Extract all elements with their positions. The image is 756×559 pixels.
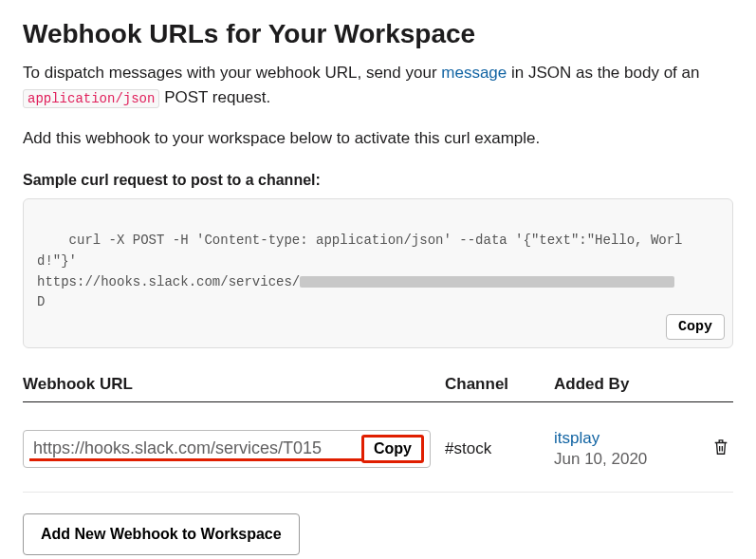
added-by-info: itsplay Jun 10, 2020 bbox=[554, 429, 647, 469]
channel-name: #stock bbox=[445, 439, 491, 457]
sample-curl-heading: Sample curl request to post to a channel… bbox=[23, 172, 733, 189]
highlight-underline bbox=[29, 458, 363, 461]
added-by-user-link[interactable]: itsplay bbox=[554, 429, 647, 448]
curl-trailing: D bbox=[37, 294, 45, 309]
content-type-code: application/json bbox=[23, 89, 159, 108]
redacted-bar bbox=[300, 276, 674, 288]
intro-text-3: POST request. bbox=[159, 88, 270, 106]
curl-url-prefix: https://hooks.slack.com/services/ bbox=[37, 274, 300, 289]
table-row: https://hooks.slack.com/services/T015 Co… bbox=[23, 429, 733, 493]
add-webhook-button[interactable]: Add New Webhook to Workspace bbox=[23, 513, 300, 555]
table-header-row: Webhook URL Channel Added By bbox=[23, 375, 733, 402]
curl-line-1: curl -X POST -H 'Content-type: applicati… bbox=[37, 233, 683, 269]
webhook-url-field[interactable]: https://hooks.slack.com/services/T015 Co… bbox=[23, 430, 431, 468]
page-title: Webhook URLs for Your Workspace bbox=[23, 19, 733, 49]
col-header-url: Webhook URL bbox=[23, 375, 445, 394]
delete-webhook-button[interactable] bbox=[709, 434, 733, 464]
col-header-added-by: Added By bbox=[554, 375, 733, 394]
trash-icon bbox=[712, 438, 729, 457]
intro-paragraph-1: To dispatch messages with your webhook U… bbox=[23, 61, 733, 109]
activate-text: Add this webhook to your workspace below… bbox=[23, 126, 733, 151]
intro-text-1: To dispatch messages with your webhook U… bbox=[23, 64, 441, 82]
curl-code-block: curl -X POST -H 'Content-type: applicati… bbox=[23, 198, 733, 348]
message-link[interactable]: message bbox=[441, 64, 507, 82]
copy-url-button[interactable]: Copy bbox=[361, 435, 424, 463]
copy-curl-button[interactable]: Copy bbox=[666, 314, 725, 340]
added-by-date: Jun 10, 2020 bbox=[554, 450, 647, 469]
intro-text-2: in JSON as the body of an bbox=[507, 64, 699, 82]
webhook-url-text: https://hooks.slack.com/services/T015 bbox=[33, 438, 322, 457]
col-header-channel: Channel bbox=[445, 375, 554, 394]
